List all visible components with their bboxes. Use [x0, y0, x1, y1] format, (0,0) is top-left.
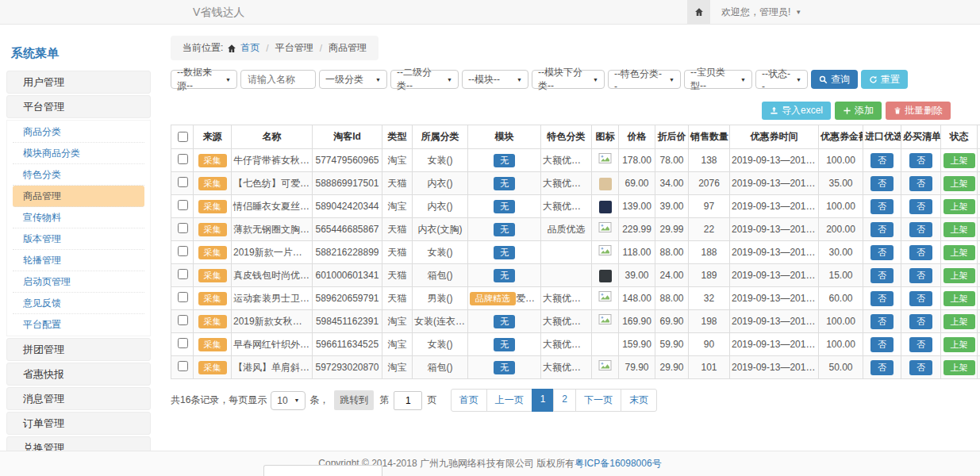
- status-toggle[interactable]: 上架: [943, 245, 975, 260]
- sidebar-subitem-2[interactable]: 特色分类: [13, 164, 144, 186]
- feature-category-select[interactable]: --特色分类--▼: [608, 70, 681, 89]
- sidebar-subitem-3[interactable]: 商品管理: [13, 186, 144, 207]
- row-checkbox[interactable]: [178, 315, 188, 325]
- status-toggle[interactable]: 上架: [943, 337, 975, 352]
- sidebar-subitem-1[interactable]: 模块商品分类: [13, 143, 144, 164]
- home-button[interactable]: [687, 0, 710, 24]
- must-buy-toggle[interactable]: 否: [909, 291, 932, 306]
- page-jump-input[interactable]: [394, 391, 422, 410]
- sidebar-subitem-5[interactable]: 版本管理: [13, 228, 144, 250]
- sidebar-group-4[interactable]: 消息管理: [6, 387, 151, 410]
- data-source-select[interactable]: --数据来源--▼: [171, 70, 237, 89]
- feature-cell: 大额优惠券: [541, 333, 592, 356]
- module-select[interactable]: --模块--▼: [462, 70, 528, 89]
- row-checkbox[interactable]: [178, 177, 188, 187]
- reset-button[interactable]: 重置: [861, 70, 908, 89]
- must-buy-toggle[interactable]: 否: [909, 245, 932, 260]
- must-buy-toggle[interactable]: 否: [909, 268, 932, 283]
- status-toggle[interactable]: 上架: [943, 291, 975, 306]
- must-buy-toggle[interactable]: 否: [909, 199, 932, 214]
- row-checkbox[interactable]: [178, 361, 188, 371]
- status-toggle[interactable]: 上架: [943, 176, 975, 191]
- import-select-cell: 否: [863, 149, 901, 172]
- breadcrumb-home-link[interactable]: 首页: [240, 41, 259, 55]
- breadcrumb-separator: /: [263, 43, 271, 54]
- table-body: 采集牛仔背带裤女秋装减龄...577479560965淘宝女装()无大额优惠券1…: [171, 149, 980, 379]
- chevron-down-icon: ▼: [447, 77, 452, 83]
- search-icon: [819, 75, 828, 84]
- add-button[interactable]: 添加: [835, 102, 882, 120]
- row-checkbox[interactable]: [178, 223, 188, 233]
- import-select-toggle[interactable]: 否: [870, 153, 894, 168]
- import-select-toggle[interactable]: 否: [870, 245, 894, 260]
- status-toggle[interactable]: 上架: [943, 360, 975, 375]
- import-select-toggle[interactable]: 否: [870, 291, 894, 306]
- source-cell: 采集: [194, 149, 232, 172]
- sidebar-group-5[interactable]: 订单管理: [6, 412, 151, 435]
- level1-category-select[interactable]: 一级分类▼: [319, 70, 387, 89]
- row-checkbox[interactable]: [178, 338, 188, 348]
- must-buy-toggle[interactable]: 否: [909, 337, 932, 352]
- must-buy-toggle[interactable]: 否: [909, 222, 932, 237]
- sidebar-group-0[interactable]: 用户管理: [6, 71, 151, 94]
- import-select-toggle[interactable]: 否: [870, 176, 894, 191]
- status-toggle[interactable]: 上架: [943, 222, 975, 237]
- data-source-value: --数据来源--: [177, 66, 221, 93]
- row-checkbox[interactable]: [178, 292, 188, 302]
- module-subcategory-select[interactable]: --模块下分类--▼: [532, 70, 605, 89]
- sidebar-subitem-9[interactable]: 平台配置: [13, 314, 144, 335]
- icp-link[interactable]: 粤ICP备16098006号: [575, 458, 661, 469]
- status-toggle[interactable]: 上架: [943, 314, 975, 329]
- level2-category-select[interactable]: --二级分类--▼: [390, 70, 459, 89]
- pager-button-0[interactable]: 首页: [451, 389, 487, 412]
- sidebar-group-3[interactable]: 省惠快报: [6, 363, 151, 386]
- import-select-toggle[interactable]: 否: [870, 268, 894, 283]
- row-checkbox[interactable]: [178, 154, 188, 164]
- sidebar-subitem-7[interactable]: 启动页管理: [13, 271, 144, 293]
- page-size-select[interactable]: 10 ▼: [271, 391, 306, 410]
- sidebar-group-1[interactable]: 平台管理: [6, 95, 151, 118]
- must-buy-toggle[interactable]: 否: [909, 176, 932, 191]
- import-select-toggle[interactable]: 否: [870, 199, 894, 214]
- batch-delete-button[interactable]: 批量删除: [886, 102, 951, 120]
- import-select-toggle[interactable]: 否: [870, 222, 894, 237]
- price-cell: 39.00: [619, 264, 655, 287]
- must-buy-toggle[interactable]: 否: [909, 153, 932, 168]
- operation-cell: [978, 310, 980, 333]
- row-checkbox[interactable]: [178, 200, 188, 210]
- sidebar-group-6[interactable]: 兑换管理: [6, 436, 151, 451]
- add-label: 添加: [855, 104, 874, 117]
- sidebar-subitem-6[interactable]: 轮播管理: [13, 250, 144, 271]
- pager-button-3[interactable]: 2: [553, 389, 576, 412]
- row-checkbox-cell: [171, 287, 194, 310]
- row-checkbox[interactable]: [178, 269, 188, 279]
- pager-button-1[interactable]: 上一页: [486, 389, 532, 412]
- status-select[interactable]: --状态--▼: [755, 70, 808, 89]
- pager-button-2[interactable]: 1: [532, 389, 555, 412]
- select-all-checkbox[interactable]: [178, 132, 188, 142]
- jump-button[interactable]: 跳转到: [334, 390, 374, 410]
- user-menu[interactable]: 欢迎您，管理员! ▼: [721, 6, 801, 19]
- sidebar-group-2[interactable]: 拼团管理: [6, 338, 151, 361]
- search-button[interactable]: 查询: [811, 70, 858, 89]
- import-select-toggle[interactable]: 否: [870, 314, 894, 329]
- pager-button-4[interactable]: 下一页: [575, 389, 621, 412]
- must-buy-toggle[interactable]: 否: [909, 314, 932, 329]
- status-value: --状态--: [762, 67, 791, 92]
- name-search-input[interactable]: [240, 70, 316, 89]
- status-toggle[interactable]: 上架: [943, 268, 975, 283]
- sidebar-subitem-0[interactable]: 商品分类: [13, 121, 144, 143]
- import-excel-button[interactable]: 导入excel: [762, 102, 831, 120]
- status-toggle[interactable]: 上架: [943, 153, 975, 168]
- sidebar-subitem-4[interactable]: 宣传物料: [13, 207, 144, 228]
- name-cell: 早春网红针织外套女春...: [232, 333, 313, 356]
- col-header-15: 必买清单: [901, 125, 941, 149]
- item-type-select[interactable]: --宝贝类型--▼: [684, 70, 752, 89]
- pager-button-5[interactable]: 末页: [621, 389, 657, 412]
- row-checkbox[interactable]: [178, 246, 188, 256]
- import-select-toggle[interactable]: 否: [870, 337, 894, 352]
- sidebar-subitem-8[interactable]: 意见反馈: [13, 293, 144, 314]
- status-toggle[interactable]: 上架: [943, 199, 975, 214]
- import-select-toggle[interactable]: 否: [870, 360, 894, 375]
- must-buy-toggle[interactable]: 否: [909, 360, 932, 375]
